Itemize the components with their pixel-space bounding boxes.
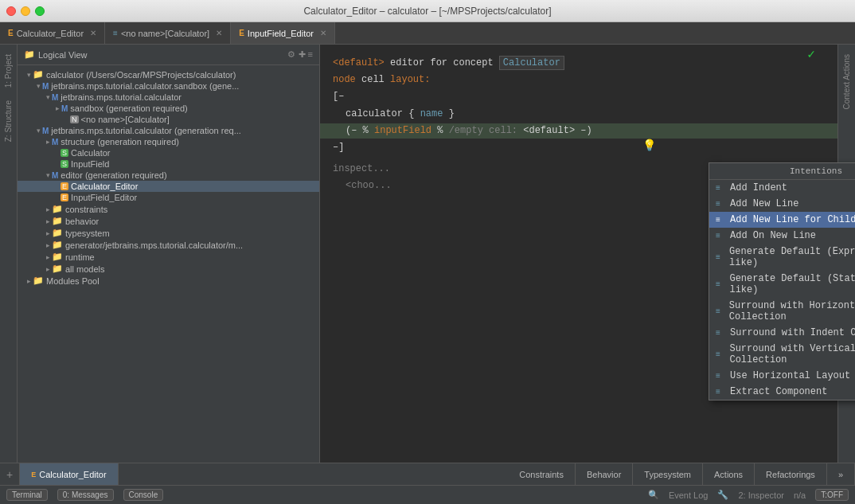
tree-item-typesystem[interactable]: ▸ 📁 typesystem — [18, 227, 319, 239]
arrow-sandbox: ▾ — [37, 82, 41, 90]
mode-button[interactable]: T:OFF — [815, 489, 849, 501]
tree-item-generator[interactable]: ▸ 📁 generator/jetbrains.mps.tutorial.cal… — [18, 239, 319, 251]
bottom-tab-behavior[interactable]: Behavior — [576, 463, 633, 485]
editor-line-2: node cell layout: — [333, 72, 825, 88]
tab-no-name[interactable]: ≡ <no name>[Calculator] ✕ — [105, 22, 231, 44]
menu-item-add-new-line[interactable]: ≡ Add New Line ▶ — [709, 196, 855, 212]
bottom-tab-label-refactorings: Refactorings — [766, 470, 815, 479]
inspector-label[interactable]: 2: Inspector — [738, 490, 783, 500]
label-structure: structure (generation required) — [61, 137, 179, 147]
project-tree[interactable]: ▾ 📁 calculator (/Users/Oscar/MPSProjects… — [18, 65, 319, 463]
bottom-tab-typesystem[interactable]: Typesystem — [633, 463, 703, 485]
menu-item-use-horiz[interactable]: ≡ Use Horizontal Layout ▶ — [709, 368, 855, 384]
editor-content[interactable]: ✓ <default> editor for concept Calculato… — [320, 45, 837, 463]
arrow-sandbox-gen: ▸ — [56, 104, 60, 112]
add-tab-button[interactable]: + — [0, 463, 19, 485]
tree-item-runtime[interactable]: ▸ 📁 runtime — [18, 251, 319, 263]
traffic-lights[interactable] — [6, 6, 45, 16]
menu-label-children: Add New Line for Children — [730, 214, 855, 225]
tab-calculator-editor[interactable]: E Calculator_Editor ✕ — [0, 22, 105, 44]
bottom-tab-label-constraints: Constraints — [519, 470, 564, 479]
event-log-label[interactable]: Event Log — [669, 490, 709, 500]
tree-item-mps-calc[interactable]: ▾ M jetbrains.mps.tutorial.calculator (g… — [18, 125, 319, 136]
tree-item-calc-editor[interactable]: E Calculator_Editor — [18, 181, 319, 192]
folder-icon-generator: 📁 — [52, 240, 63, 250]
tree-item-inputfield-editor[interactable]: E InputField_Editor — [18, 192, 319, 203]
arrow-behavior: ▸ — [46, 217, 50, 225]
menu-item-add-indent[interactable]: ≡ Add Indent ▶ — [709, 180, 855, 196]
tab-inputfield-editor[interactable]: E InputField_Editor ✕ — [231, 22, 335, 44]
menu-label-surround-vert: Surround with Vertical Collection — [729, 343, 855, 365]
menu-label-add-indent: Add Indent — [730, 182, 787, 193]
panel-title: Logical View — [38, 50, 88, 60]
label-inputfield-editor: InputField_Editor — [71, 193, 137, 202]
tree-item-modules-pool[interactable]: ▸ 📁 Modules Pool — [18, 275, 319, 287]
menu-item-add-new-line-children[interactable]: ≡ Add New Line for Children ▶ — [709, 212, 855, 228]
tree-item-calculator-root[interactable]: ▾ 📁 calculator (/Users/Oscar/MPSProjects… — [18, 68, 319, 80]
menu-item-gen-stmt[interactable]: ≡ Generate Default (Statement-like) ▶ — [709, 271, 855, 298]
project-tab[interactable]: 1: Project — [2, 48, 14, 94]
tab-close-calculator-editor[interactable]: ✕ — [90, 29, 96, 37]
folder-icon-root: 📁 — [33, 69, 44, 80]
bottom-tab-overflow[interactable]: » — [827, 463, 855, 485]
search-icon: 🔍 — [648, 490, 659, 500]
tab-label-no-name: <no name>[Calculator] — [121, 29, 209, 38]
intentions-context-menu: Intentions ≡ Add Indent ▶ ≡ Add New Line… — [709, 162, 855, 400]
menu-item-extract[interactable]: ≡ Extract Component ⌥⌘C — [709, 384, 855, 400]
tree-item-sandbox-gen[interactable]: ▸ M sandbox (generation required) — [18, 103, 319, 114]
project-tree-panel: 📁 Logical View ⚙ ✚ ≡ ▾ 📁 calculator (/Us… — [18, 45, 320, 463]
structure-tab[interactable]: Z: Structure — [2, 94, 14, 148]
label-typesystem: typesystem — [65, 229, 110, 238]
folder-icon-constraints: 📁 — [52, 204, 63, 214]
folder-icon-modules-pool: 📁 — [33, 275, 44, 286]
tree-item-sandbox-module[interactable]: ▾ M jetbrains.mps.tutorial.calculator.sa… — [18, 80, 319, 92]
close-button[interactable] — [6, 6, 16, 16]
arrow-constraints: ▸ — [46, 205, 50, 213]
panel-header: 📁 Logical View ⚙ ✚ ≡ — [18, 45, 319, 65]
label-all-models: all models — [65, 264, 105, 274]
context-actions-tab[interactable]: Context Actions — [841, 48, 853, 115]
module-icon-sandbox-gen: M — [61, 104, 68, 113]
module-icon-calc: M — [52, 93, 58, 102]
arrow-all-models: ▸ — [46, 265, 50, 273]
bottom-tab-label-calc-editor: Calculator_Editor — [39, 470, 106, 479]
kw-editor-text: editor for concept — [390, 57, 499, 68]
overflow-icon: » — [838, 470, 843, 479]
arrow-mps-calc: ▾ — [37, 127, 41, 135]
module-icon-structure: M — [52, 138, 58, 147]
tree-item-structure[interactable]: ▸ M structure (generation required) — [18, 136, 319, 147]
bottom-tab-constraints[interactable]: Constraints — [508, 463, 576, 485]
menu-icon-children: ≡ — [716, 216, 727, 225]
tree-item-all-models[interactable]: ▸ 📁 all models — [18, 263, 319, 275]
tree-item-inputfield-class[interactable]: S InputField — [18, 158, 319, 170]
editor-line-4: calculator { name } — [346, 107, 825, 122]
editor-line-1: <default> editor for concept Calculator — [333, 56, 825, 71]
tree-item-no-name[interactable]: N <no name>[Calculator] — [18, 114, 319, 125]
messages-button[interactable]: 0: Messages — [57, 489, 114, 501]
tree-item-calculator-class[interactable]: S Calculator — [18, 147, 319, 158]
tab-label-calculator-editor: Calculator_Editor — [17, 29, 84, 38]
tree-item-behavior[interactable]: ▸ 📁 behavior — [18, 215, 319, 227]
editor-panel: ✓ <default> editor for concept Calculato… — [320, 45, 837, 463]
tab-close-no-name[interactable]: ✕ — [216, 29, 222, 37]
maximize-button[interactable] — [35, 6, 45, 16]
lightbulb-icon[interactable]: 💡 — [642, 139, 656, 152]
menu-icon-extract: ≡ — [716, 388, 727, 397]
menu-item-surround-indent[interactable]: ≡ Surround with Indent Collection ▶ — [709, 325, 855, 341]
menu-item-add-on-new-line[interactable]: ≡ Add On New Line ▶ — [709, 228, 855, 244]
bottom-tab-actions[interactable]: Actions — [703, 463, 755, 485]
statusbar: Terminal 0: Messages Console 🔍 Event Log… — [0, 485, 855, 504]
minimize-button[interactable] — [21, 6, 30, 16]
terminal-button[interactable]: Terminal — [6, 489, 48, 501]
tab-close-inputfield-editor[interactable]: ✕ — [320, 29, 326, 37]
console-button[interactable]: Console — [123, 489, 164, 501]
tree-item-calc-module[interactable]: ▾ M jetbrains.mps.tutorial.calculator — [18, 92, 319, 103]
tree-item-constraints[interactable]: ▸ 📁 constraints — [18, 203, 319, 215]
tree-item-editor-folder[interactable]: ▾ M editor (generation required) — [18, 170, 319, 181]
menu-item-surround-vert[interactable]: ≡ Surround with Vertical Collection ▶ — [709, 341, 855, 368]
bottom-tab-refactorings[interactable]: Refactorings — [755, 463, 827, 485]
label-calculator-root: calculator (/Users/Oscar/MPSProjects/cal… — [46, 70, 236, 80]
bottom-tab-calc-editor[interactable]: E Calculator_Editor — [20, 463, 118, 485]
menu-item-surround-horiz[interactable]: ≡ Surround with Horizontal Collection ▶ — [709, 298, 855, 325]
menu-item-gen-expr[interactable]: ≡ Generate Default (Expression-like) ▶ — [709, 244, 855, 271]
